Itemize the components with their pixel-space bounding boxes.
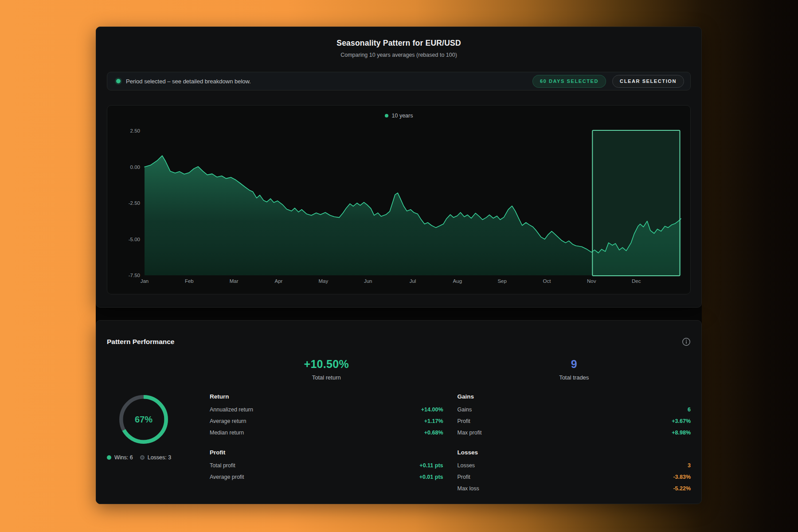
win-rate-donut: 67%	[117, 392, 171, 446]
svg-text:Sep: Sep	[497, 278, 506, 284]
svg-text:May: May	[318, 278, 328, 284]
page-subtitle: Comparing 10 years averages (rebased to …	[107, 52, 691, 58]
stat-value: 6	[688, 407, 691, 413]
svg-text:Dec: Dec	[632, 278, 641, 284]
win-rate-value: 67%	[117, 392, 171, 446]
losses-section-title: Losses	[458, 448, 691, 456]
total-return-label: Total return	[210, 374, 443, 381]
stat-label: Losses	[458, 462, 475, 469]
svg-text:Feb: Feb	[185, 278, 194, 284]
stat-row: Max loss -5.22%	[458, 483, 691, 494]
gains-section: Gains Gains 6 Profit +3.67% Max profit +…	[458, 392, 691, 438]
seasonality-area-chart[interactable]: 2.500.00-2.50-5.00-7.50JanFebMarAprMayJu…	[107, 106, 688, 294]
stat-value: +0.11 pts	[419, 462, 443, 469]
svg-text:Jun: Jun	[364, 278, 372, 284]
stat-label: Profit	[458, 418, 470, 424]
total-trades-stat: 9 Total trades	[458, 358, 691, 381]
stat-row: Average profit +0.01 pts	[210, 471, 443, 483]
stat-value: -3.83%	[673, 474, 691, 480]
svg-text:-2.50: -2.50	[129, 200, 140, 206]
gains-section-title: Gains	[458, 392, 691, 400]
chart-legend: 10 years	[107, 113, 690, 119]
svg-text:-7.50: -7.50	[129, 273, 140, 278]
stat-value: 3	[688, 462, 691, 469]
stat-label: Max loss	[458, 485, 479, 492]
stat-value: +8.98%	[672, 430, 691, 436]
stat-value: +0.01 pts	[419, 474, 443, 480]
stat-value: -5.22%	[673, 485, 691, 492]
stat-value: +14.00%	[421, 407, 443, 413]
stat-row: Average return +1.17%	[210, 415, 443, 427]
stat-row: Median return +0.68%	[210, 427, 443, 438]
svg-text:Jul: Jul	[410, 278, 416, 284]
return-section-title: Return	[210, 392, 443, 400]
stat-value: +3.67%	[672, 418, 691, 424]
svg-text:Mar: Mar	[230, 278, 239, 284]
clear-selection-button[interactable]: CLEAR SELECTION	[612, 75, 684, 88]
losses-dot-icon	[140, 455, 145, 460]
svg-text:Apr: Apr	[275, 278, 283, 284]
total-trades-label: Total trades	[458, 374, 691, 381]
svg-text:2.50: 2.50	[130, 128, 140, 133]
stat-label: Max profit	[458, 430, 482, 436]
stat-row: Gains 6	[458, 404, 691, 415]
stat-row: Profit -3.83%	[458, 471, 691, 483]
losses-section: Losses Losses 3 Profit -3.83% Max loss -…	[458, 448, 691, 494]
days-selected-badge: 60 DAYS SELECTED	[532, 75, 606, 88]
info-icon[interactable]	[682, 337, 691, 346]
stat-row: Total profit +0.11 pts	[210, 460, 443, 471]
seasonality-card: Seasonality Pattern for EUR/USD Comparin…	[96, 27, 702, 308]
page-title: Seasonality Pattern for EUR/USD	[107, 27, 691, 48]
selection-status-bar: Period selected – see detailed breakdown…	[107, 72, 691, 90]
wins-legend-item: Wins: 6	[107, 454, 133, 461]
svg-text:Oct: Oct	[543, 278, 552, 284]
svg-text:0.00: 0.00	[130, 164, 140, 170]
pattern-performance-card: Pattern Performance +10.50% Total return…	[96, 320, 702, 504]
stat-label: Average return	[210, 418, 246, 424]
stat-value: +1.17%	[424, 418, 443, 424]
stat-label: Total profit	[210, 462, 235, 469]
svg-text:Aug: Aug	[453, 278, 462, 284]
app-panel: Seasonality Pattern for EUR/USD Comparin…	[96, 27, 702, 504]
seasonality-chart[interactable]: 10 years 2.500.00-2.50-5.00-7.50JanFebMa…	[107, 105, 691, 294]
losses-legend-item: Losses: 3	[140, 454, 172, 461]
performance-title: Pattern Performance	[107, 338, 174, 346]
stat-row: Max profit +8.98%	[458, 427, 691, 438]
legend-label: 10 years	[392, 113, 413, 119]
wins-dot-icon	[107, 455, 111, 460]
svg-text:-5.00: -5.00	[129, 237, 140, 242]
total-return-value: +10.50%	[210, 358, 443, 371]
stat-label: Median return	[210, 430, 244, 436]
profit-section: Profit Total profit +0.11 pts Average pr…	[210, 448, 443, 483]
stat-row: Profit +3.67%	[458, 415, 691, 427]
stat-label: Gains	[458, 407, 472, 413]
win-loss-legend: Wins: 6 Losses: 3	[107, 454, 196, 461]
wins-label: Wins: 6	[114, 454, 133, 461]
selection-status-message: Period selected – see detailed breakdown…	[126, 78, 251, 85]
win-rate-block: 67% Wins: 6 Losses: 3	[107, 392, 196, 504]
spacer	[107, 358, 196, 381]
stat-label: Profit	[458, 474, 470, 480]
total-trades-value: 9	[458, 358, 691, 371]
stat-row: Annualized return +14.00%	[210, 404, 443, 415]
return-section: Return Annualized return +14.00% Average…	[210, 392, 443, 438]
return-profit-column: Return Annualized return +14.00% Average…	[210, 392, 443, 504]
svg-text:Nov: Nov	[587, 278, 596, 284]
stat-label: Annualized return	[210, 407, 253, 413]
losses-label: Losses: 3	[148, 454, 172, 461]
total-return-stat: +10.50% Total return	[210, 358, 443, 381]
gains-losses-column: Gains Gains 6 Profit +3.67% Max profit +…	[458, 392, 691, 504]
legend-dot-icon	[385, 114, 388, 117]
selection-status-dot-icon	[116, 79, 121, 83]
stat-value: +0.68%	[424, 430, 443, 436]
svg-text:Jan: Jan	[141, 278, 149, 284]
stat-row: Losses 3	[458, 460, 691, 471]
stat-label: Average profit	[210, 474, 244, 480]
profit-section-title: Profit	[210, 448, 443, 456]
